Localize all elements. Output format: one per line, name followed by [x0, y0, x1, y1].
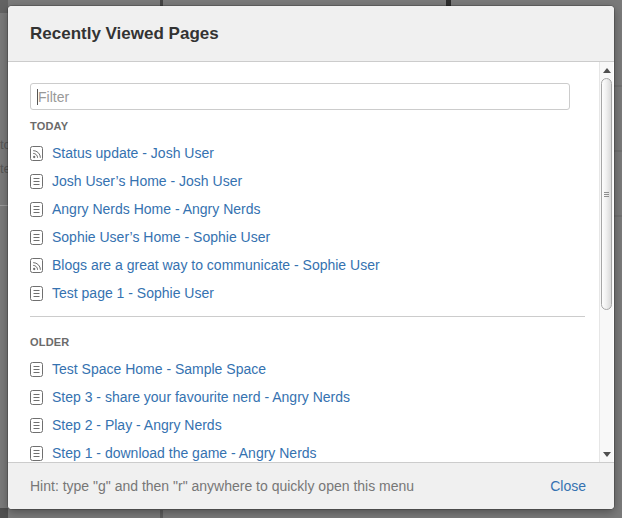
keyboard-hint: Hint: type "g" and then "r" anywhere to …: [30, 478, 414, 494]
recent-page-link[interactable]: Step 1 - download the game - Angry Nerds: [52, 445, 317, 461]
scrollbar-grip: [604, 192, 609, 198]
scrollbar-down-button[interactable]: [600, 446, 613, 462]
background-artifact: [614, 215, 622, 217]
recent-page-link[interactable]: Test Space Home - Sample Space: [52, 361, 266, 377]
chevron-down-icon: [603, 452, 611, 457]
blog-icon: [30, 146, 43, 161]
scrollbar-up-button[interactable]: [600, 62, 613, 78]
recent-page-item[interactable]: Test Space Home - Sample Space: [30, 355, 585, 383]
recent-page-link[interactable]: Status update - Josh User: [52, 145, 214, 161]
background-artifact: [160, 510, 163, 518]
dialog-header: Recently Viewed Pages: [8, 6, 614, 62]
page-icon: [30, 230, 43, 245]
close-button[interactable]: Close: [550, 478, 586, 494]
blog-icon: [30, 258, 43, 273]
recent-page-item[interactable]: Status update - Josh User: [30, 139, 585, 167]
filter-input[interactable]: [30, 83, 570, 110]
recent-page-link[interactable]: Blogs are a great way to communicate - S…: [52, 257, 380, 273]
section-label: OLDER: [30, 336, 585, 348]
dialog-body: TODAYStatus update - Josh UserJosh User’…: [8, 62, 614, 462]
recent-page-item[interactable]: Sophie User’s Home - Sophie User: [30, 223, 585, 251]
dialog-footer: Hint: type "g" and then "r" anywhere to …: [8, 462, 614, 509]
recent-page-link[interactable]: Step 2 - Play - Angry Nerds: [52, 417, 222, 433]
background-artifact: [614, 85, 622, 87]
page-icon: [30, 362, 43, 377]
scrollbar[interactable]: [599, 62, 613, 462]
recent-page-item[interactable]: Josh User’s Home - Josh User: [30, 167, 585, 195]
recent-page-item[interactable]: Test page 1 - Sophie User: [30, 279, 585, 307]
scroll-content: TODAYStatus update - Josh UserJosh User’…: [8, 62, 599, 462]
sections: TODAYStatus update - Josh UserJosh User’…: [30, 120, 585, 462]
recent-page-item[interactable]: Step 3 - share your favourite nerd - Ang…: [30, 383, 585, 411]
recent-section: OLDERTest Space Home - Sample SpaceStep …: [30, 316, 585, 462]
recent-page-link[interactable]: Test page 1 - Sophie User: [52, 285, 214, 301]
background-artifact: [0, 508, 8, 518]
page-icon: [30, 390, 43, 405]
recent-page-item[interactable]: Step 1 - download the game - Angry Nerds: [30, 439, 585, 462]
recent-page-item[interactable]: Step 2 - Play - Angry Nerds: [30, 411, 585, 439]
recent-page-item[interactable]: Blogs are a great way to communicate - S…: [30, 251, 585, 279]
background-artifact: [0, 0, 8, 13]
page-icon: [30, 286, 43, 301]
chevron-up-icon: [603, 68, 611, 73]
page-icon: [30, 174, 43, 189]
dialog-title: Recently Viewed Pages: [30, 24, 219, 43]
recent-page-item[interactable]: Angry Nerds Home - Angry Nerds: [30, 195, 585, 223]
background-artifact: [614, 150, 622, 152]
recent-section: TODAYStatus update - Josh UserJosh User’…: [30, 120, 585, 307]
section-label: TODAY: [30, 120, 585, 132]
recent-page-link[interactable]: Sophie User’s Home - Sophie User: [52, 229, 270, 245]
scrollbar-thumb[interactable]: [601, 78, 612, 310]
page-icon: [30, 446, 43, 461]
recent-page-link[interactable]: Angry Nerds Home - Angry Nerds: [52, 201, 261, 217]
text-caret: [37, 89, 38, 105]
page-icon: [30, 418, 43, 433]
recently-viewed-dialog: Recently Viewed Pages TODAYStatus update…: [8, 6, 614, 509]
page-icon: [30, 202, 43, 217]
recent-page-link[interactable]: Josh User’s Home - Josh User: [52, 173, 242, 189]
recent-page-link[interactable]: Step 3 - share your favourite nerd - Ang…: [52, 389, 350, 405]
